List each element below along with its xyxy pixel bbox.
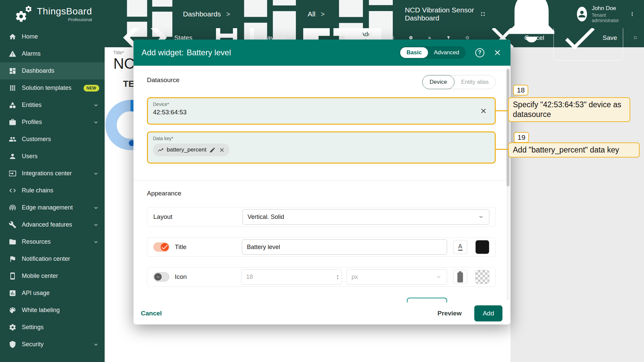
sidebar-item-api-usage[interactable]: API usage [0, 285, 105, 302]
dialog-mode-tabs: Basic Advanced [399, 46, 466, 59]
avatar[interactable] [577, 7, 587, 21]
app-edition: Professional [37, 17, 92, 22]
layout-row: Layout Vertical. Solid [147, 207, 496, 227]
chevron-down-icon [93, 170, 99, 177]
title-input[interactable] [242, 239, 447, 255]
palette-icon [9, 306, 16, 314]
sidebar-item-label: API usage [22, 290, 50, 297]
breadcrumb-dashboards[interactable]: Dashboards [119, 0, 221, 44]
sidebar-item-security[interactable]: Security [0, 336, 105, 353]
device-clear-icon[interactable] [480, 107, 487, 115]
sidebar-item-customers[interactable]: Customers [0, 131, 105, 148]
device-field[interactable]: Device* 42:53:64:53 [147, 97, 496, 125]
annotation-badge-18: 18 [513, 85, 528, 96]
sidebar-item-entities[interactable]: Entities [0, 97, 105, 114]
input-icon [9, 170, 16, 177]
sidebar-item-resources[interactable]: Resources [0, 233, 105, 250]
icon-picker-button[interactable] [453, 270, 467, 284]
icon-unit-value: px [352, 274, 358, 281]
sidebar: HomeAlarmsDashboardsSolution templatesNE… [0, 28, 105, 362]
tab-advanced[interactable]: Advanced [428, 47, 465, 58]
toggle-thumb: − [154, 273, 162, 281]
number-stepper-icon[interactable]: ▴▾ [337, 274, 338, 280]
sidebar-item-advanced-features[interactable]: Advanced features [0, 216, 105, 233]
sidebar-item-mobile-center[interactable]: Mobile center [0, 267, 105, 285]
sidebar-item-home[interactable]: Home [0, 28, 105, 45]
title-color-swatch[interactable] [475, 240, 489, 254]
sidebar-item-users[interactable]: Users [0, 148, 105, 165]
person-icon [9, 153, 16, 160]
breadcrumb-separator: > [225, 10, 232, 18]
add-widget-dialog: Add widget: Battery level Basic Advanced… [133, 40, 511, 324]
sidebar-item-notification-center[interactable]: Notification center [0, 250, 105, 267]
check-icon [161, 243, 169, 251]
title-toggle[interactable] [153, 242, 169, 252]
sidebar-item-dashboards[interactable]: Dashboards [0, 62, 105, 79]
cancel-button[interactable]: Cancel [141, 310, 162, 317]
sidebar-item-profiles[interactable]: Profiles [0, 114, 105, 131]
app-logo[interactable]: ThingsBoard Professional [0, 5, 105, 23]
chevron-down-icon [93, 119, 99, 126]
folder-icon [9, 238, 16, 246]
gear-icon [9, 323, 16, 331]
layout-select[interactable]: Vertical. Solid [243, 209, 489, 225]
dashboards-icon [119, 0, 180, 44]
breadcrumb-label: Dashboards [183, 10, 221, 18]
sidebar-item-edge-management[interactable]: Edge management [0, 199, 105, 216]
sidebar-item-white-labeling[interactable]: White labeling [0, 302, 105, 319]
thingsboard-logo-icon [15, 5, 34, 23]
dialog-title: Add widget: Battery level [142, 48, 231, 57]
sidebar-item-settings[interactable]: Settings [0, 319, 105, 336]
icon-color-swatch[interactable] [475, 270, 489, 284]
sidebar-item-label: Customers [22, 136, 51, 143]
datakey-field[interactable]: Data key* battery_percent [147, 131, 496, 164]
datasource-type-toggle: Device Entity alias [422, 75, 496, 89]
annotation-badge-19: 19 [514, 132, 529, 143]
sidebar-item-label: Solution templates [22, 84, 71, 92]
sidebar-item-rule-chains[interactable]: Rule chains [0, 182, 105, 199]
category-icon [9, 101, 16, 109]
add-button[interactable]: Add [474, 305, 502, 321]
sidebar-item-label: Alarms [22, 50, 41, 57]
title-font-style-button[interactable]: A [453, 240, 467, 254]
appearance-section-label: Appearance [147, 190, 181, 197]
sidebar-item-integrations-center[interactable]: Integrations center [0, 165, 105, 182]
home-icon [9, 33, 16, 41]
tab-basic[interactable]: Basic [400, 47, 428, 58]
people-icon [9, 135, 16, 143]
datasource-type-entity-alias[interactable]: Entity alias [454, 79, 495, 85]
sidebar-item-alarms[interactable]: Alarms [0, 45, 105, 62]
sidebar-item-label: Entities [22, 102, 42, 109]
icon-toggle[interactable]: − [153, 272, 169, 282]
layout-label: Layout [153, 213, 172, 221]
sidebar-item-label: Edge management [22, 204, 73, 211]
background-text-fragment: TE [123, 79, 134, 89]
preview-button[interactable]: Preview [437, 310, 462, 317]
edit-datakey-icon[interactable] [209, 147, 216, 153]
dialog-widget-name: Battery level [186, 48, 231, 57]
scrollbar-thumb[interactable] [506, 69, 509, 186]
app-header: ThingsBoard Professional Dashboards > Al… [0, 0, 644, 28]
new-badge: NEW [84, 85, 99, 92]
datasource-type-device[interactable]: Device [422, 75, 454, 89]
datakey-chip-label: battery_percent [167, 146, 206, 153]
icon-size-input[interactable] [241, 269, 342, 285]
chevron-down-icon [93, 341, 99, 348]
dialog-close-icon[interactable] [493, 48, 502, 57]
datasource-section-label: Datasource [147, 76, 179, 84]
sidebar-item-label: Mobile center [22, 273, 58, 280]
chevron-down-icon [478, 214, 484, 220]
breadcrumb-label: All [308, 10, 315, 18]
datakey-chip[interactable]: battery_percent [153, 143, 229, 156]
user-name: John Doe [592, 5, 621, 12]
fullscreen-icon[interactable] [480, 10, 486, 18]
wrench-icon [9, 221, 16, 229]
breadcrumb-separator: > [319, 10, 326, 18]
sidebar-item-solution-templates[interactable]: Solution templatesNEW [0, 79, 105, 97]
kebab-menu-icon[interactable] [629, 10, 635, 18]
remove-datakey-icon[interactable] [219, 147, 225, 153]
dialog-footer: Cancel Preview Add [133, 302, 511, 324]
help-button[interactable]: ? [475, 48, 484, 57]
sidebar-item-label: Integrations center [22, 170, 72, 177]
icon-unit-select[interactable]: px [346, 269, 447, 285]
